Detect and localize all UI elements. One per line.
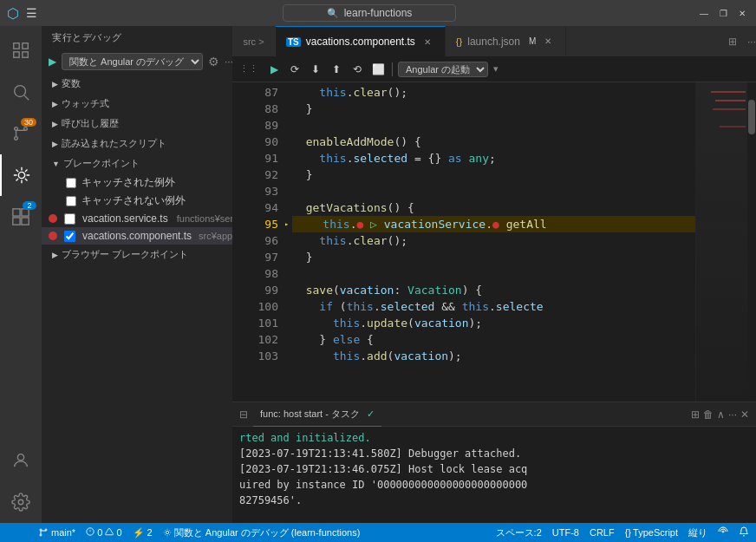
notifications-icon[interactable] bbox=[739, 526, 749, 539]
bp-file-2-checkbox[interactable] bbox=[64, 231, 75, 242]
step-into-button[interactable]: ⬆ bbox=[328, 61, 345, 78]
svg-rect-14 bbox=[13, 218, 20, 225]
activity-scm[interactable]: 30 bbox=[0, 113, 42, 154]
tab-vacations-component[interactable]: TS vacations.component.ts ✕ bbox=[276, 26, 446, 56]
vertical-scrollbar[interactable] bbox=[747, 82, 756, 402]
watch-arrow-icon: ▶ bbox=[52, 100, 58, 108]
uncaught-exceptions-checkbox[interactable] bbox=[66, 196, 76, 206]
scrollbar-thumb[interactable] bbox=[748, 100, 755, 134]
continue-button[interactable]: ▶ bbox=[265, 61, 283, 78]
watch-label: ウォッチ式 bbox=[62, 97, 109, 110]
svg-rect-1 bbox=[23, 43, 28, 49]
ln-91: 91 bbox=[246, 150, 278, 167]
main-area: 30 2 bbox=[0, 26, 756, 523]
step-over-button[interactable]: ⬇ bbox=[307, 61, 324, 78]
tab-label-1: vacations.component.ts bbox=[306, 36, 415, 48]
activity-search[interactable] bbox=[0, 71, 42, 113]
terminal-tab-func[interactable]: func: host start - タスク ✓ bbox=[253, 402, 381, 427]
term-line-2: [2023-07-19T21:13:41.580Z] Debugger atta… bbox=[239, 446, 749, 461]
tab-close-2[interactable]: ✕ bbox=[541, 35, 555, 49]
line-ending-label[interactable]: CRLF bbox=[590, 527, 615, 538]
stop-button[interactable]: ⬜ bbox=[369, 61, 387, 78]
uncaught-exceptions-item[interactable]: キャッチされない例外 bbox=[42, 192, 232, 210]
gear-icon[interactable]: ⚙ bbox=[208, 55, 219, 69]
spaces-label[interactable]: スペース:2 bbox=[496, 526, 542, 539]
remote-icon[interactable] bbox=[7, 523, 28, 542]
terminal-expand-icon[interactable]: ∧ bbox=[717, 408, 725, 421]
warnings-badge[interactable]: ⚡ 2 bbox=[133, 527, 153, 539]
variables-section[interactable]: ▶ 変数 bbox=[42, 74, 232, 94]
ts-icon: TS bbox=[286, 37, 301, 47]
debug-config-toolbar-select[interactable]: Angular の起動 bbox=[398, 62, 488, 77]
restart-button[interactable]: ⟳ bbox=[286, 61, 303, 78]
bp-file-1-checkbox[interactable] bbox=[64, 213, 75, 225]
svg-point-26 bbox=[166, 531, 168, 533]
code-line-102: } else { bbox=[292, 331, 695, 348]
svg-point-18 bbox=[40, 534, 42, 536]
minimize-button[interactable]: — bbox=[697, 6, 711, 20]
caught-exceptions-checkbox[interactable] bbox=[66, 178, 76, 188]
terminal-tab-label: func: host start - タスク bbox=[260, 408, 360, 421]
scripts-section[interactable]: ▶ 読み込まれたスクリプト bbox=[42, 134, 232, 153]
more-options-icon[interactable]: ··· bbox=[225, 56, 232, 68]
activity-account[interactable] bbox=[0, 440, 42, 481]
activity-debug[interactable] bbox=[0, 154, 42, 196]
tab-close-1[interactable]: ✕ bbox=[420, 35, 434, 49]
debug-status-label[interactable]: 関数と Angular のデバッグ (learn-functions) bbox=[163, 526, 361, 539]
ln-92: 92 bbox=[246, 167, 278, 183]
split-terminal-icon[interactable]: ⊞ bbox=[691, 408, 700, 421]
breakpoint-file-2[interactable]: vacations.component.ts src¥app¥vacations… bbox=[42, 227, 232, 245]
hamburger-icon[interactable]: ☰ bbox=[26, 6, 37, 20]
browser-bp-section[interactable]: ▶ ブラウザー ブレークポイント bbox=[42, 245, 232, 264]
breakpoint-file-1[interactable]: vacation.service.ts functions¥services 6… bbox=[42, 210, 232, 227]
debug-config-select[interactable]: 関数と Angular のデバッグ bbox=[62, 53, 203, 70]
breakpoints-section[interactable]: ▼ ブレークポイント bbox=[42, 153, 232, 173]
restore-button[interactable]: ❐ bbox=[716, 6, 730, 20]
search-box[interactable]: 🔍 learn-functions bbox=[283, 4, 456, 22]
terminal-more-icon[interactable]: ··· bbox=[728, 408, 737, 421]
terminal-trash-icon[interactable]: 🗑 bbox=[703, 408, 714, 421]
activity-settings[interactable] bbox=[0, 481, 42, 523]
error-icon bbox=[86, 527, 94, 536]
debug-run-icon bbox=[163, 528, 172, 537]
tab-launch-json[interactable]: {} launch.json M ✕ bbox=[446, 26, 566, 56]
breakpoints-arrow-icon: ▼ bbox=[52, 160, 60, 168]
ln-102: 102 bbox=[246, 331, 278, 348]
branch-icon bbox=[38, 527, 49, 538]
minimap-content bbox=[696, 82, 747, 402]
minimap-line-red-3 bbox=[713, 108, 746, 110]
editor-layout-button[interactable]: ⊞ bbox=[721, 36, 744, 48]
editor-area: src > TS vacations.component.ts ✕ {} lau… bbox=[232, 26, 756, 523]
callstack-section[interactable]: ▶ 呼び出し履歴 bbox=[42, 114, 232, 134]
code-line-91: this.selected = {} as any; bbox=[292, 150, 695, 167]
branch-label[interactable]: main* bbox=[38, 527, 75, 538]
code-line-95: this.● ▷ vacationService.● getAll bbox=[292, 216, 695, 232]
activity-explorer[interactable] bbox=[0, 29, 42, 71]
variables-arrow-icon: ▶ bbox=[52, 80, 58, 88]
step-out-button[interactable]: ⟲ bbox=[349, 61, 366, 78]
ln-94: 94 bbox=[246, 199, 278, 216]
ln-100: 100 bbox=[246, 298, 278, 315]
debug-arrow-icon: ▶ bbox=[285, 216, 288, 232]
more-tabs-button[interactable]: ··· bbox=[747, 36, 756, 48]
code-line-94: getVacations() { bbox=[292, 199, 695, 216]
code-line-88: } bbox=[292, 101, 695, 117]
errors-label[interactable]: 0 0 bbox=[86, 527, 121, 538]
browser-bp-label: ブラウザー ブレークポイント bbox=[62, 248, 188, 261]
terminal-icon: ⊟ bbox=[239, 408, 248, 421]
language-label[interactable]: {} TypeScript bbox=[625, 527, 678, 538]
encoding-label[interactable]: UTF-8 bbox=[552, 527, 579, 538]
activity-extensions[interactable]: 2 bbox=[0, 196, 42, 238]
watch-section[interactable]: ▶ ウォッチ式 bbox=[42, 94, 232, 114]
terminal-close-icon[interactable]: ✕ bbox=[740, 408, 749, 421]
run-debug-button[interactable]: ▶ bbox=[49, 56, 56, 68]
ln-98: 98 bbox=[246, 265, 278, 282]
remote-status-icon[interactable] bbox=[718, 526, 728, 539]
scm-badge: 30 bbox=[21, 118, 36, 127]
svg-point-6 bbox=[15, 137, 18, 140]
close-button[interactable]: ✕ bbox=[735, 6, 749, 20]
ln-103: 103 bbox=[246, 348, 278, 364]
feedback-label[interactable]: 縦り bbox=[688, 526, 707, 539]
minimap-line-red-4 bbox=[720, 126, 746, 127]
caught-exceptions-item[interactable]: キャッチされた例外 bbox=[42, 173, 232, 192]
